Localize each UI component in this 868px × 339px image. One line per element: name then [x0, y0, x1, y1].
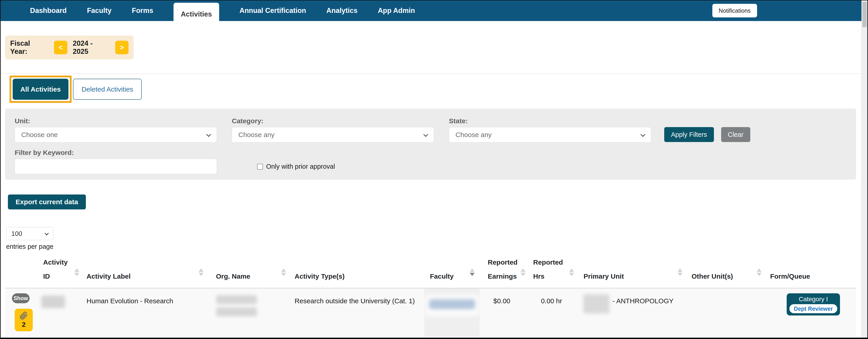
activity-types-cell: Research outside the University (Cat. 1): [291, 288, 424, 336]
fiscal-year-label: Fiscal Year:: [10, 39, 49, 56]
col-header-reported-hrs: Reported Hrs: [530, 254, 579, 288]
notifications-button[interactable]: Notifications: [712, 4, 757, 18]
window-edge-top: [0, 0, 868, 0]
chevron-down-icon: [641, 132, 645, 137]
show-row-button[interactable]: Show: [12, 293, 30, 303]
keyword-input[interactable]: [15, 159, 217, 174]
reported-hrs-cell: 0.00 hr: [530, 288, 579, 336]
nav-item-analytics[interactable]: Analytics: [327, 6, 358, 15]
col-header-org-name: Org. Name: [209, 254, 291, 288]
state-select-value: Choose any: [456, 131, 492, 138]
clear-filters-button[interactable]: Clear: [721, 127, 750, 142]
keyword-filter-label: Filter by Keyword:: [15, 149, 217, 157]
chevron-down-icon: [423, 132, 428, 137]
redacted-faculty-name: [425, 295, 479, 316]
tab-deleted-activities[interactable]: Deleted Activities: [73, 79, 142, 100]
sort-icon[interactable]: [756, 269, 762, 276]
reported-earnings-cell: $0.00: [479, 288, 530, 336]
col-header-expander: [5, 254, 38, 288]
attachments-count: 2: [22, 321, 26, 328]
col-header-form-queue: Form/Queue: [767, 254, 856, 288]
top-navbar: Dashboard Faculty Forms Activities Annua…: [1, 0, 862, 21]
other-units-text: [688, 293, 766, 295]
window-edge-left: [0, 0, 1, 339]
apply-filters-button[interactable]: Apply Filters: [664, 127, 714, 142]
nav-item-annual-certification[interactable]: Annual Certification: [240, 6, 306, 15]
redacted-activity-id: [41, 295, 65, 308]
primary-unit-cell: - ANTHROPOLOGY: [579, 288, 687, 336]
sort-icon[interactable]: [678, 269, 683, 276]
vertical-scrollbar[interactable]: [862, 0, 867, 338]
category-filter-label: Category:: [232, 117, 434, 125]
sort-icon[interactable]: [569, 269, 574, 276]
unit-filter-label: Unit:: [15, 117, 217, 125]
sort-icon[interactable]: [198, 269, 204, 276]
scrollbar-thumb[interactable]: [862, 2, 867, 27]
category-select[interactable]: Choose any: [232, 127, 434, 142]
entries-per-page-label: entries per page: [6, 243, 862, 250]
export-current-data-button[interactable]: Export current data: [8, 195, 86, 209]
fiscal-year-next-button[interactable]: >: [115, 41, 129, 54]
form-queue-cell: Category I Dept Reviewer: [767, 288, 856, 336]
faculty-cell: [424, 288, 479, 336]
col-header-activity-label: Activity Label: [84, 254, 209, 288]
page-size-select[interactable]: 100: [6, 227, 53, 240]
activity-id-cell: [38, 288, 84, 336]
col-header-activity-id: Activity ID: [38, 254, 84, 288]
fiscal-year-prev-button[interactable]: <: [54, 41, 67, 54]
paperclip-icon: [20, 312, 28, 320]
window-edge-bottom: [0, 338, 868, 339]
activity-types-text: Research outside the University (Cat. 1): [294, 293, 415, 307]
section-divider: [1, 74, 862, 74]
org-name-cell: [209, 288, 291, 336]
table-header-row: Activity ID Activity Label Org. Name Act…: [5, 254, 856, 288]
fiscal-year-value: 2024 - 2025: [73, 39, 110, 56]
filter-panel: Unit: Choose one Category: Choose any St…: [5, 109, 856, 179]
attachments-badge[interactable]: 2: [15, 309, 33, 331]
redacted-unit-code: [583, 294, 609, 313]
activities-table: Activity ID Activity Label Org. Name Act…: [5, 254, 856, 337]
other-units-cell: [687, 288, 767, 336]
chevron-down-icon: [206, 132, 211, 137]
nav-item-dashboard[interactable]: Dashboard: [30, 6, 67, 15]
chevron-down-icon: [44, 231, 49, 235]
nav-item-activities[interactable]: Activities: [174, 3, 219, 26]
state-select[interactable]: Choose any: [449, 127, 651, 142]
annotation-highlight-box: All Activities: [9, 76, 72, 103]
sort-icon[interactable]: [521, 269, 526, 276]
col-header-primary-unit: Primary Unit: [579, 254, 687, 288]
queue-pill: Dept Reviewer: [789, 304, 837, 313]
redacted-org-name: [216, 295, 257, 304]
col-header-activity-types: Activity Type(s): [291, 254, 424, 288]
col-header-faculty: Faculty: [424, 254, 479, 288]
activity-label-text: Human Evolution - Research: [87, 293, 199, 307]
category-select-value: Choose any: [238, 131, 275, 138]
category-label: Category I: [799, 295, 828, 303]
table-row: Show 2 Human Evolution - Research: [5, 288, 856, 336]
app-window: Dashboard Faculty Forms Activities Annua…: [0, 0, 868, 339]
reported-hrs-value: 0.00 hr: [531, 293, 572, 307]
unit-select-value: Choose one: [21, 131, 58, 138]
col-header-reported-earnings: Reported Earnings: [479, 254, 530, 288]
expander-cell: Show 2: [5, 288, 38, 336]
state-filter-label: State:: [449, 117, 651, 125]
reported-earnings-value: $0.00: [480, 293, 524, 307]
unit-select[interactable]: Choose one: [15, 127, 217, 142]
fiscal-year-panel: Fiscal Year: < 2024 - 2025 >: [5, 35, 133, 59]
primary-unit-text: - ANTHROPOLOGY: [613, 293, 674, 313]
redacted-org-name: [216, 307, 257, 316]
sort-icon[interactable]: [74, 269, 79, 276]
nav-item-forms[interactable]: Forms: [132, 6, 153, 15]
prior-approval-checkbox[interactable]: [257, 164, 263, 170]
col-header-other-units: Other Unit(s): [687, 254, 767, 288]
sort-icon[interactable]: [470, 269, 475, 276]
nav-item-faculty[interactable]: Faculty: [87, 6, 112, 15]
prior-approval-label: Only with prior approval: [266, 163, 335, 170]
tab-all-activities[interactable]: All Activities: [13, 79, 68, 100]
page-size-value: 100: [11, 230, 22, 237]
sort-icon[interactable]: [281, 269, 286, 276]
form-queue-badge[interactable]: Category I Dept Reviewer: [787, 293, 840, 315]
nav-item-app-admin[interactable]: App Admin: [378, 6, 415, 15]
activity-label-cell: Human Evolution - Research: [84, 288, 209, 336]
view-tabs: All Activities Deleted Activities: [9, 76, 862, 103]
